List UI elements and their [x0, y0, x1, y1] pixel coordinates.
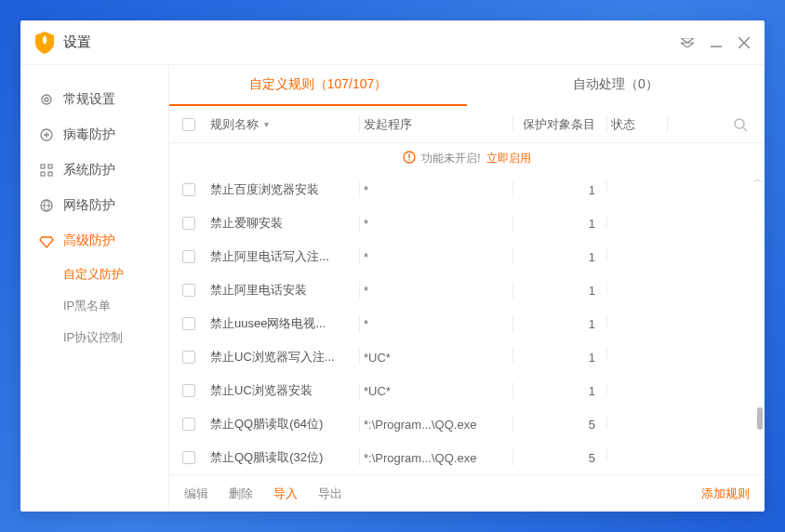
sidebar-item-advanced[interactable]: 高级防护: [20, 223, 168, 259]
header-obj[interactable]: 保护对象条目: [517, 116, 606, 133]
diamond-icon: [39, 233, 54, 248]
settings-window: 设置 常规设置 病毒防护 系统防护 网络防护: [20, 20, 765, 512]
scrollbar-thumb[interactable]: [757, 407, 763, 430]
sidebar-item-virus[interactable]: 病毒防护: [20, 117, 168, 153]
edit-button[interactable]: 编辑: [184, 485, 208, 502]
close-button[interactable]: [738, 37, 750, 48]
row-proc: *:\Program...\QQ.exe: [364, 418, 512, 432]
chevron-down-icon: ▾: [264, 119, 269, 129]
table-row[interactable]: 禁止阿里电话安装*1: [169, 273, 765, 307]
row-checkbox[interactable]: [182, 284, 195, 297]
svg-rect-10: [41, 172, 45, 176]
svg-rect-8: [41, 165, 45, 168]
table-row[interactable]: 禁止QQ腊读取(32位)*:\Program...\QQ.exe5: [169, 441, 765, 474]
body: 常规设置 病毒防护 系统防护 网络防护 高级防护 自定义防护 IP黑名单 IP协…: [20, 65, 765, 512]
row-obj: 1: [517, 250, 606, 264]
sidebar: 常规设置 病毒防护 系统防护 网络防护 高级防护 自定义防护 IP黑名单 IP协…: [20, 65, 169, 512]
table-row[interactable]: 禁止爱聊安装*1: [169, 206, 765, 240]
search-button[interactable]: [672, 117, 752, 132]
row-proc: *: [364, 250, 512, 264]
tab-custom-rules[interactable]: 自定义规则（107/107）: [169, 65, 467, 106]
main-panel: 自定义规则（107/107） 自动处理（0） 规则名称 ▾ 发起程序 保护对象条…: [169, 65, 765, 512]
svg-line-16: [743, 127, 747, 131]
row-proc: *UC*: [364, 351, 512, 365]
header-name[interactable]: 规则名称 ▾: [210, 116, 359, 133]
row-checkbox[interactable]: [182, 451, 195, 464]
row-checkbox[interactable]: [182, 418, 195, 431]
rules-list: ︿ 禁止百度浏览器安装*1禁止爱聊安装*1禁止阿里电话写入注...*1禁止阿里电…: [169, 173, 765, 474]
svg-point-4: [45, 98, 48, 101]
row-name: 禁止UC浏览器写入注...: [210, 349, 359, 366]
sidebar-sub-custom[interactable]: 自定义防护: [20, 259, 168, 290]
row-proc: *: [364, 317, 512, 331]
header-proc[interactable]: 发起程序: [364, 116, 512, 133]
row-name: 禁止百度浏览器安装: [210, 181, 359, 198]
gear-icon: [39, 92, 54, 107]
row-obj: 1: [517, 217, 606, 231]
window-title: 设置: [63, 33, 681, 51]
add-rule-button[interactable]: 添加规则: [701, 485, 750, 502]
table-row[interactable]: 禁止UC浏览器安装*UC*1: [169, 374, 765, 407]
sidebar-sub-ipblacklist[interactable]: IP黑名单: [20, 290, 168, 322]
row-checkbox[interactable]: [182, 183, 195, 196]
app-logo-icon: [35, 32, 54, 54]
sidebar-item-system[interactable]: 系统防护: [20, 153, 168, 188]
select-all-checkbox[interactable]: [182, 118, 195, 131]
row-obj: 1: [517, 284, 606, 298]
col-divider: [606, 116, 607, 133]
row-name: 禁止QQ腊读取(32位): [210, 449, 359, 466]
svg-point-3: [42, 95, 51, 104]
plus-circle-icon: [39, 127, 54, 142]
row-checkbox[interactable]: [182, 250, 195, 263]
table-row[interactable]: 禁止阿里电话写入注...*1: [169, 240, 765, 273]
row-obj: 1: [517, 351, 606, 365]
scroll-up-arrow[interactable]: ︿: [753, 173, 763, 186]
tab-auto[interactable]: 自动处理（0）: [467, 65, 765, 106]
row-checkbox[interactable]: [182, 317, 195, 330]
row-proc: *: [364, 284, 512, 298]
sidebar-item-label: 网络防护: [63, 197, 115, 214]
table-row[interactable]: 禁止UC浏览器写入注...*UC*1: [169, 340, 765, 374]
row-name: 禁止UC浏览器安装: [210, 382, 359, 399]
sidebar-item-network[interactable]: 网络防护: [20, 188, 168, 223]
row-name: 禁止阿里电话安装: [210, 282, 359, 299]
header-state[interactable]: 状态: [611, 116, 667, 133]
window-controls: [681, 37, 750, 48]
banner-message: 功能未开启!: [421, 151, 480, 166]
sidebar-item-label: 系统防护: [63, 162, 115, 179]
globe-icon: [39, 198, 54, 213]
col-divider: [359, 116, 360, 133]
svg-rect-11: [48, 172, 52, 176]
col-divider: [512, 116, 513, 133]
warning-icon: [403, 151, 416, 166]
import-button[interactable]: 导入: [273, 485, 298, 502]
menu-button[interactable]: [681, 38, 694, 47]
feature-disabled-banner: 功能未开启! 立即启用: [169, 143, 765, 173]
titlebar: 设置: [20, 20, 765, 65]
table-header: 规则名称 ▾ 发起程序 保护对象条目 状态: [169, 106, 765, 143]
row-checkbox[interactable]: [182, 217, 195, 230]
enable-link[interactable]: 立即启用: [486, 151, 531, 166]
table-row[interactable]: 禁止百度浏览器安装*1: [169, 173, 765, 206]
svg-point-15: [735, 119, 744, 128]
row-proc: *:\Program...\QQ.exe: [364, 451, 512, 465]
row-name: 禁止uusee网络电视...: [210, 315, 359, 332]
search-icon: [733, 117, 748, 132]
table-row[interactable]: 禁止uusee网络电视...*1: [169, 307, 765, 340]
row-checkbox[interactable]: [182, 351, 195, 364]
row-obj: 5: [517, 418, 606, 432]
table-row[interactable]: 禁止QQ腊读取(64位)*:\Program...\QQ.exe5: [169, 407, 765, 441]
export-button[interactable]: 导出: [318, 485, 342, 502]
row-obj: 1: [517, 183, 606, 197]
col-divider: [667, 116, 668, 133]
svg-point-19: [409, 159, 411, 161]
sidebar-item-general[interactable]: 常规设置: [20, 82, 168, 117]
minimize-button[interactable]: [711, 37, 722, 48]
row-obj: 1: [517, 317, 606, 331]
row-proc: *: [364, 183, 512, 197]
svg-rect-9: [48, 165, 52, 168]
row-checkbox[interactable]: [182, 384, 195, 397]
row-name: 禁止阿里电话写入注...: [210, 248, 359, 265]
sidebar-sub-ipprotocol[interactable]: IP协议控制: [20, 322, 168, 353]
delete-button[interactable]: 删除: [229, 485, 253, 502]
